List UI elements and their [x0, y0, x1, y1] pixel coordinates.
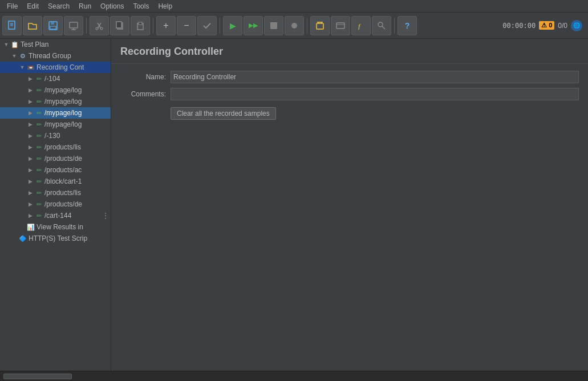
menu-edit[interactable]: Edit	[22, 1, 43, 11]
menu-options[interactable]: Options	[96, 1, 128, 11]
clear-row: Clear all the recorded samples	[171, 105, 579, 120]
request-icon: ✏	[34, 131, 43, 140]
status-timer: 00:00:00	[502, 22, 536, 30]
toggle-button[interactable]	[197, 16, 217, 35]
request-icon: ✏	[34, 86, 43, 95]
svg-rect-5	[51, 22, 54, 25]
menu-file[interactable]: File	[2, 1, 22, 11]
tree-item-view-results[interactable]: ▶ 📊 View Results in	[0, 221, 111, 233]
request-icon: ✏	[34, 165, 43, 175]
test-plan-icon: 📋	[10, 40, 19, 49]
tree-item-thread-group[interactable]: ▼ ⚙ Thread Group	[0, 50, 111, 62]
open-button[interactable]	[23, 16, 42, 35]
tree-item-mypage1[interactable]: ▶ ✏ /mypage/log	[0, 84, 111, 96]
mypage1-label: /mypage/log	[44, 86, 82, 94]
toolbar-status: 00:00:00 ⚠ 0 0/0 🌐	[502, 20, 582, 31]
expand-icon: ▶	[26, 75, 34, 83]
mypage4-label: /mypage/log	[44, 120, 82, 128]
stop-button[interactable]	[264, 16, 283, 35]
tree-item-104[interactable]: ▶ ✏ /-104	[0, 73, 111, 84]
expand-icon: ▶	[26, 120, 34, 128]
start-loop-button[interactable]: ▶▶	[244, 16, 263, 35]
expand-icon: ▶	[26, 212, 34, 220]
item-130-label: /-130	[44, 132, 60, 140]
recording-controller-label: Recording Cont	[37, 63, 84, 71]
request-icon: ✏	[34, 108, 43, 117]
new-button[interactable]	[2, 16, 22, 35]
expand-icon: ▶	[26, 109, 34, 117]
menu-run[interactable]: Run	[74, 1, 96, 11]
separator-5	[394, 18, 395, 34]
clear-all-button[interactable]	[310, 16, 330, 35]
separator-4	[307, 18, 307, 34]
expand-icon: ▶	[26, 86, 34, 94]
http-test-icon: 🔷	[18, 234, 27, 243]
function-helper-button[interactable]: ƒ	[351, 16, 371, 35]
name-label: Name:	[120, 73, 166, 81]
remove-button[interactable]: −	[177, 16, 196, 35]
request-icon: ✏	[34, 211, 43, 220]
menu-tools[interactable]: Tools	[128, 1, 153, 11]
search-button[interactable]	[372, 16, 391, 35]
svg-point-27	[378, 22, 383, 27]
expand-icon: ▶	[26, 189, 34, 197]
right-panel: Recording Controller Name: Comments: Cle…	[111, 39, 588, 371]
tree-item-130[interactable]: ▶ ✏ /-130	[0, 130, 111, 141]
tree-item-mypage3[interactable]: ▶ ✏ /mypage/log	[0, 107, 111, 119]
tree-item-products-lis2[interactable]: ▶ ✏ /products/lis	[0, 187, 111, 198]
expand-icon: ▶	[26, 155, 34, 163]
name-input[interactable]	[171, 71, 579, 83]
tree-item-recording-controller[interactable]: ▼ 📼 Recording Cont	[0, 62, 111, 73]
start-button[interactable]: ▶	[223, 16, 242, 35]
tree-item-products-de2[interactable]: ▶ ✏ /products/de	[0, 198, 111, 210]
separator-2	[153, 18, 153, 34]
svg-text:ƒ: ƒ	[358, 22, 362, 30]
svg-rect-17	[139, 22, 142, 25]
globe-icon: 🌐	[571, 20, 582, 31]
expand-icon: ▼	[18, 63, 26, 71]
tree-item-products-de1[interactable]: ▶ ✏ /products/de	[0, 153, 111, 164]
request-icon: ✏	[34, 200, 43, 209]
comments-label: Comments:	[120, 90, 166, 98]
tree-item-cart-144[interactable]: ▶ ✏ /cart-144 ⋮	[0, 210, 111, 221]
products-de2-label: /products/de	[44, 200, 82, 208]
request-icon: ✏	[34, 97, 43, 106]
browse-button[interactable]	[331, 16, 350, 35]
help-button[interactable]: ?	[398, 16, 417, 35]
expand-icon: ▼	[2, 40, 10, 48]
recording-controller-icon: 📼	[26, 63, 35, 72]
tree-item-mypage2[interactable]: ▶ ✏ /mypage/log	[0, 96, 111, 107]
expand-icon: ▶	[26, 166, 34, 174]
tree-item-products-ac[interactable]: ▶ ✏ /products/ac	[0, 164, 111, 176]
add-button[interactable]: +	[156, 16, 176, 35]
request-icon: ✏	[34, 143, 43, 152]
tree-item-products-lis1[interactable]: ▶ ✏ /products/lis	[0, 141, 111, 153]
request-icon: ✏	[34, 188, 43, 197]
products-ac-label: /products/ac	[44, 166, 82, 174]
menu-help[interactable]: Help	[153, 1, 177, 11]
svg-point-19	[291, 23, 297, 29]
tree-item-test-plan[interactable]: ▼ 📋 Test Plan	[0, 39, 111, 50]
mypage2-label: /mypage/log	[44, 98, 82, 106]
shutdown-button[interactable]	[285, 16, 304, 35]
menu-search[interactable]: Search	[43, 1, 74, 11]
save-screen-button[interactable]	[64, 16, 83, 35]
cut-button[interactable]	[90, 16, 109, 35]
expand-icon: ▶	[26, 200, 34, 208]
error-count: 0/0	[558, 22, 567, 30]
menu-bar: File Edit Search Run Options Tools Help	[0, 0, 588, 13]
svg-rect-20	[317, 23, 323, 29]
tree-item-http-test[interactable]: ▶ 🔷 HTTP(S) Test Scrip	[0, 233, 111, 244]
separator-1	[86, 18, 87, 34]
tree-item-block-cart[interactable]: ▶ ✏ /block/cart-1	[0, 176, 111, 187]
clear-samples-button[interactable]: Clear all the recorded samples	[171, 107, 276, 120]
products-lis2-label: /products/lis	[44, 189, 81, 197]
comments-input[interactable]	[171, 88, 579, 100]
test-plan-label: Test Plan	[21, 40, 48, 48]
save-button[interactable]	[43, 16, 63, 35]
copy-button[interactable]	[110, 16, 129, 35]
tree-item-mypage4[interactable]: ▶ ✏ /mypage/log	[0, 119, 111, 130]
status-scroll[interactable]	[3, 374, 72, 379]
paste-button[interactable]	[131, 16, 150, 35]
svg-rect-18	[270, 22, 277, 29]
